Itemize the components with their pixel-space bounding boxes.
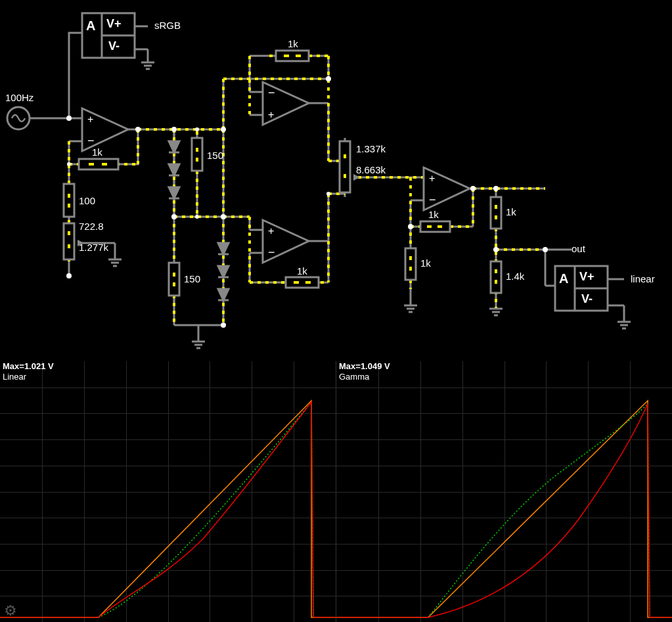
source-freq-label: 100Hz: [5, 92, 34, 103]
opamp-1: + −: [82, 108, 128, 151]
svg-rect-131: [173, 273, 175, 277]
svg-rect-120: [64, 223, 74, 259]
opamp-2: − +: [263, 82, 309, 125]
svg-rect-145: [276, 51, 309, 61]
svg-text:−: −: [87, 134, 95, 147]
plot-traces: [0, 361, 336, 622]
svg-rect-127: [192, 138, 202, 171]
plot-left-name: Linear: [3, 372, 26, 382]
svg-rect-149: [294, 281, 299, 284]
svg-rect-130: [169, 263, 179, 296]
plot-right-name: Gamma: [339, 372, 369, 382]
svg-point-190: [326, 192, 330, 196]
ammeter1-label: sRGB: [154, 20, 181, 31]
r1p4k-label: 1.4k: [506, 271, 524, 282]
svg-text:+: +: [268, 109, 274, 120]
resistor-100: [64, 184, 74, 217]
svg-rect-151: [340, 141, 350, 192]
svg-rect-168: [495, 280, 497, 284]
svg-marker-143: [218, 289, 229, 300]
gear-icon[interactable]: ⚙: [4, 602, 17, 619]
svg-marker-133: [169, 141, 179, 152]
svg-rect-129: [196, 158, 198, 162]
svg-point-194: [493, 247, 499, 252]
resistor-1k-a: [79, 159, 118, 169]
svg-point-126: [66, 273, 72, 278]
svg-rect-165: [495, 215, 497, 219]
resistor-1k-d: [420, 221, 450, 232]
svg-rect-155: [427, 225, 432, 228]
svg-point-184: [171, 214, 177, 219]
r1k-f-label: 1k: [506, 206, 516, 217]
svg-point-189: [326, 76, 331, 81]
r1k-c-label: 1k: [297, 265, 307, 277]
schematic-canvas[interactable]: + − − + + − + −: [0, 0, 672, 361]
svg-point-187: [195, 127, 199, 131]
svg-rect-118: [68, 194, 70, 198]
ammeter2-Vplus: V+: [579, 270, 594, 284]
svg-rect-122: [68, 244, 70, 248]
diode-chain-2: [218, 243, 229, 300]
ammeter2-label: linear: [631, 273, 655, 284]
svg-rect-166: [491, 261, 501, 293]
svg-point-188: [195, 215, 199, 219]
svg-rect-132: [173, 282, 175, 286]
resistor-150-b: [169, 263, 179, 296]
svg-rect-115: [89, 163, 94, 166]
ammeter2-Vminus: V-: [581, 292, 593, 306]
ammeter1-Vplus: V+: [106, 17, 122, 31]
svg-point-193: [493, 186, 499, 191]
svg-point-195: [543, 247, 548, 252]
svg-marker-135: [169, 164, 179, 175]
svg-point-196: [221, 322, 226, 328]
svg-rect-128: [196, 148, 198, 152]
svg-rect-163: [491, 197, 501, 229]
r1k-b-label: 1k: [288, 38, 298, 49]
r1k-a-label: 1k: [92, 146, 102, 158]
svg-rect-121: [68, 231, 70, 235]
svg-rect-148: [286, 277, 319, 288]
svg-point-197: [67, 162, 71, 166]
svg-rect-146: [284, 55, 289, 57]
svg-rect-158: [409, 256, 412, 260]
svg-rect-119: [68, 204, 70, 208]
resistor-150-a: [192, 138, 202, 171]
svg-rect-147: [296, 55, 301, 57]
svg-marker-139: [218, 243, 229, 254]
ammeter2-A: A: [559, 271, 568, 286]
ac-source-icon: [7, 107, 30, 129]
svg-rect-150: [305, 281, 311, 284]
svg-rect-116: [102, 163, 107, 166]
plot-traces: [336, 361, 672, 622]
out-label: out: [571, 243, 585, 254]
resistor-1k-c: [286, 277, 319, 288]
svg-rect-157: [405, 248, 416, 280]
pot1-bot: 1.277k: [79, 242, 108, 253]
resistor-1k-f: [491, 197, 501, 229]
svg-rect-156: [437, 225, 442, 228]
svg-rect-164: [495, 205, 497, 209]
opamp-4: + −: [424, 167, 470, 210]
svg-rect-153: [344, 174, 346, 178]
r150-a-label: 150: [207, 150, 223, 161]
pot2-bot: 8.663k: [356, 164, 386, 175]
svg-rect-114: [79, 159, 118, 169]
svg-point-186: [221, 214, 226, 219]
ammeter1-A: A: [86, 18, 95, 33]
svg-text:+: +: [268, 225, 274, 236]
svg-marker-137: [169, 187, 179, 198]
schematic-svg: + − − + + − + −: [0, 0, 672, 361]
r1k-e-label: 1k: [420, 257, 431, 269]
plot-gamma[interactable]: Max=1.049 V Gamma: [336, 361, 672, 622]
svg-rect-154: [420, 221, 450, 232]
oscilloscope-panel: Max=1.021 V Linear ⚙ Max=1.049 V Gamma: [0, 361, 672, 622]
r150-b-label: 150: [184, 273, 200, 284]
svg-rect-167: [495, 269, 497, 273]
svg-text:+: +: [429, 173, 435, 184]
svg-text:−: −: [429, 193, 436, 206]
svg-point-183: [171, 127, 177, 132]
resistor-1p4k: [491, 261, 501, 293]
plot-linear[interactable]: Max=1.021 V Linear ⚙: [0, 361, 336, 622]
plot-left-max: Max=1.021 V: [3, 361, 54, 371]
svg-text:−: −: [268, 86, 275, 99]
